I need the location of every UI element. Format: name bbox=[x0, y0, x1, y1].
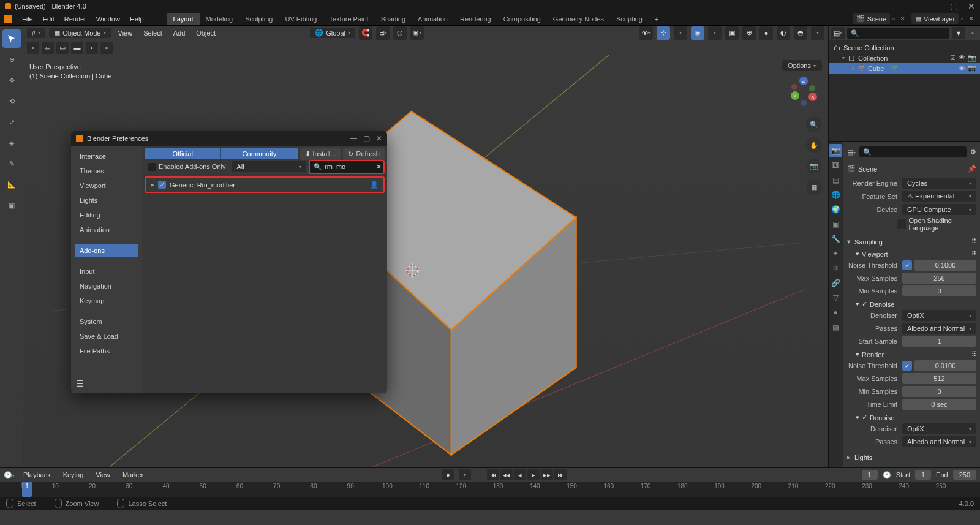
workspace-tab-texture-paint[interactable]: Texture Paint bbox=[323, 13, 374, 25]
viewport-canvas[interactable]: User Perspective (1) Scene Collection | … bbox=[23, 55, 828, 467]
add-workspace-button[interactable]: + bbox=[649, 13, 665, 25]
workspace-tab-layout[interactable]: Layout bbox=[167, 13, 200, 25]
panel-options-icon[interactable]: ⠿ bbox=[971, 238, 976, 246]
outliner-search[interactable]: 🔍 bbox=[847, 28, 949, 39]
scene-selector[interactable]: 🎬 Scene bbox=[853, 13, 890, 24]
eye-icon[interactable]: 👁 bbox=[959, 54, 965, 62]
camera-icon[interactable]: 📷 bbox=[806, 158, 822, 174]
props-type-icon[interactable]: ▤▾ bbox=[847, 148, 856, 156]
new-layer-button[interactable]: ▫ bbox=[959, 15, 966, 23]
workspace-tab-shading[interactable]: Shading bbox=[375, 13, 412, 25]
perspective-icon[interactable]: ▦ bbox=[806, 179, 822, 195]
props-options-icon[interactable]: ⚙ bbox=[970, 148, 976, 156]
outliner-type[interactable]: ▤▾ bbox=[831, 27, 845, 39]
tool-transform[interactable]: ◈ bbox=[2, 134, 21, 152]
autokey-options[interactable]: ▾ bbox=[459, 469, 471, 480]
prefs-nav-lights[interactable]: Lights bbox=[75, 194, 138, 207]
r-denoise-checkbox[interactable]: ✓ bbox=[862, 414, 867, 421]
prop-breadcrumb[interactable]: 🎬Scene📌 bbox=[847, 162, 976, 175]
end-frame[interactable]: 250 bbox=[953, 470, 976, 480]
prefs-nav-interface[interactable]: Interface bbox=[75, 149, 138, 163]
ptab-particle[interactable]: ✦ bbox=[829, 247, 842, 260]
prefs-nav-system[interactable]: System bbox=[75, 315, 138, 328]
shading-material[interactable]: ◐ bbox=[777, 26, 790, 40]
prefs-nav-themes[interactable]: Themes bbox=[75, 164, 138, 178]
ptab-output[interactable]: 🖼 bbox=[829, 159, 842, 172]
tool-scale[interactable]: ⤢ bbox=[2, 113, 21, 131]
vp-menu-view[interactable]: View bbox=[115, 28, 137, 38]
workspace-tab-compositing[interactable]: Compositing bbox=[497, 13, 547, 25]
r-noise-field[interactable]: 0.0100 bbox=[914, 360, 976, 371]
overlay-toggle[interactable]: ◉ bbox=[691, 26, 704, 40]
prev-key[interactable]: ◂◂ bbox=[500, 469, 513, 480]
ptab-world[interactable]: 🌍 bbox=[829, 203, 842, 216]
prefs-tab-official[interactable]: Official bbox=[145, 148, 221, 159]
props-search[interactable]: 🔍 bbox=[859, 146, 967, 157]
menu-edit[interactable]: Edit bbox=[38, 14, 59, 24]
viewlayer-selector[interactable]: ▤ ViewLayer bbox=[911, 13, 959, 24]
time-limit-field[interactable]: 0 sec bbox=[902, 399, 976, 410]
r-denoiser-select[interactable]: OptiX▾ bbox=[902, 423, 976, 434]
tree-cube[interactable]: ▸ ▽ Cube ▽ 👁📷 bbox=[829, 63, 980, 74]
mode-selector[interactable]: ▦ Object Mode ▾ bbox=[49, 28, 110, 38]
prefs-maximize-button[interactable]: ▢ bbox=[363, 134, 370, 143]
prefs-install-button[interactable]: ⬇Install... bbox=[300, 148, 341, 160]
prefs-nav-saveload[interactable]: Save & Load bbox=[75, 330, 138, 343]
passes-select[interactable]: Albedo and Normal▾ bbox=[902, 323, 976, 334]
workspace-tab-uv-editing[interactable]: UV Editing bbox=[279, 13, 323, 25]
ptab-scene[interactable]: 🌐 bbox=[829, 188, 842, 202]
vp-min-field[interactable]: 0 bbox=[902, 285, 976, 296]
delete-layer-button[interactable]: ✕ bbox=[966, 15, 976, 23]
lights-header[interactable]: ▸Lights bbox=[847, 451, 976, 464]
gizmo-toggle[interactable]: ⊹ bbox=[657, 26, 670, 40]
ptab-object[interactable]: ▣ bbox=[829, 217, 842, 231]
viewport-options[interactable]: Options▾ bbox=[782, 60, 822, 71]
shading-solid[interactable]: ● bbox=[760, 26, 773, 40]
nav-gizmo[interactable]: X Y Z bbox=[785, 74, 822, 110]
autokey-toggle[interactable]: ● bbox=[442, 469, 454, 480]
play-reverse[interactable]: ◂ bbox=[514, 469, 526, 480]
tool-measure[interactable]: 📐 bbox=[2, 175, 21, 194]
editor-type-selector[interactable]: #▾ bbox=[27, 28, 45, 38]
prefs-tab-community[interactable]: Community bbox=[221, 148, 297, 159]
jump-end[interactable]: ⏭ bbox=[554, 469, 567, 480]
outliner-filter[interactable]: ▼ bbox=[952, 27, 965, 39]
render-icon[interactable]: 📷 bbox=[968, 54, 976, 62]
noise-thr-checkbox[interactable]: ✓ bbox=[902, 260, 912, 270]
overlay-options[interactable]: ▾ bbox=[708, 26, 722, 40]
prefs-nav-input[interactable]: Input bbox=[75, 265, 138, 278]
tree-collection[interactable]: ▾ ▢ Collection ☑👁📷 bbox=[829, 53, 980, 63]
tl-playback[interactable]: Playback bbox=[20, 470, 55, 480]
prefs-nav-addons[interactable]: Add-ons bbox=[75, 244, 138, 257]
jump-start[interactable]: ⏮ bbox=[487, 469, 499, 480]
prefs-nav-keymap[interactable]: Keymap bbox=[75, 294, 138, 308]
vp-menu-object[interactable]: Object bbox=[192, 28, 219, 38]
prefs-menu-button[interactable]: ☰ bbox=[76, 379, 84, 388]
prefs-nav-viewport[interactable]: Viewport bbox=[75, 179, 138, 192]
workspace-tab-scripting[interactable]: Scripting bbox=[610, 13, 649, 25]
menu-file[interactable]: File bbox=[17, 14, 38, 24]
ptab-texture[interactable]: ▩ bbox=[829, 320, 842, 334]
tl-marker[interactable]: Marker bbox=[119, 470, 147, 480]
addon-row[interactable]: ▸ ✓ Generic: Rm_modifier 👤 bbox=[145, 176, 385, 193]
snap-edgecenter[interactable]: ▪ bbox=[86, 42, 98, 54]
checkbox-icon[interactable]: ☑ bbox=[950, 54, 956, 62]
snap-face[interactable]: ▭ bbox=[56, 42, 69, 54]
workspace-tab-sculpting[interactable]: Sculpting bbox=[239, 13, 279, 25]
ptab-material[interactable]: ● bbox=[829, 306, 842, 319]
shading-rendered[interactable]: ◓ bbox=[794, 26, 807, 40]
vp-menu-select[interactable]: Select bbox=[140, 28, 166, 38]
maximize-button[interactable]: ▢ bbox=[950, 1, 958, 11]
render-engine-select[interactable]: Cycles▾ bbox=[902, 178, 976, 189]
shading-options[interactable]: ▾ bbox=[811, 26, 824, 40]
visibility-toggle[interactable]: 👁▾ bbox=[639, 26, 653, 40]
snap-vertex[interactable]: ▫ bbox=[27, 42, 39, 54]
vp-menu-add[interactable]: Add bbox=[170, 28, 189, 38]
prefs-nav-navigation[interactable]: Navigation bbox=[75, 279, 138, 293]
device-select[interactable]: GPU Compute▾ bbox=[902, 204, 976, 215]
expand-icon[interactable]: ▸ bbox=[151, 181, 154, 189]
panel-options-icon[interactable]: ⠿ bbox=[971, 350, 976, 358]
r-noise-checkbox[interactable]: ✓ bbox=[902, 361, 912, 371]
eye-icon[interactable]: 👁 bbox=[959, 64, 965, 72]
gizmo-options[interactable]: ▾ bbox=[674, 26, 687, 40]
